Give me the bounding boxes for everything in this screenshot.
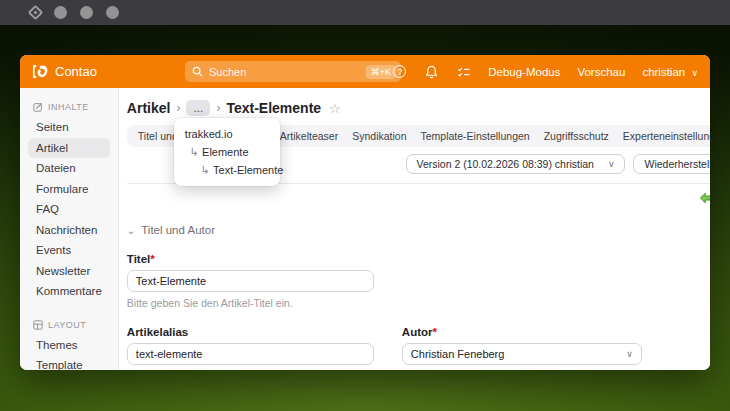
user-menu[interactable]: christian ∨ bbox=[642, 66, 698, 78]
version-select[interactable]: Version 2 (10.02.2026 08:39) christian ∨ bbox=[406, 154, 624, 174]
sidebar-section-layout: LAYOUT bbox=[33, 320, 110, 330]
breadcrumb-separator: › bbox=[176, 101, 180, 115]
required-marker: * bbox=[150, 253, 154, 265]
app-header: Contao ⌘+K ? bbox=[20, 55, 710, 88]
sidebar-section-label: INHALTE bbox=[48, 102, 89, 112]
tab-artikelteaser[interactable]: Artikelteaser bbox=[280, 130, 338, 142]
autor-select[interactable]: Christian Feneberg ∨ bbox=[402, 343, 642, 365]
restore-button[interactable]: Wiederherstellen bbox=[633, 154, 710, 174]
favorite-star-icon[interactable]: ☆ bbox=[329, 101, 341, 116]
recorder-icon bbox=[28, 5, 44, 21]
branch-arrow-icon: ↳ bbox=[201, 164, 210, 176]
popup-item-site[interactable]: trakked.io bbox=[174, 125, 280, 143]
sidebar-section-inhalte: INHALTE bbox=[33, 102, 110, 112]
contao-logo-icon bbox=[32, 64, 49, 79]
sidebar-item-themes[interactable]: Themes bbox=[28, 335, 110, 356]
window-control-dot[interactable] bbox=[106, 6, 119, 19]
popup-current-label: Text-Elemente bbox=[213, 164, 283, 176]
titel-input[interactable] bbox=[127, 270, 374, 292]
branch-arrow-icon: ↳ bbox=[190, 146, 199, 158]
back-arrow-icon bbox=[699, 192, 710, 204]
sidebar-item-nachrichten[interactable]: Nachrichten bbox=[28, 220, 110, 241]
contao-logo[interactable]: Contao bbox=[32, 64, 97, 79]
titel-label-text: Titel bbox=[127, 253, 150, 265]
chevron-down-icon: ∨ bbox=[626, 349, 633, 359]
tab-experteneinstellungen[interactable]: Experteneinstellungen bbox=[623, 130, 710, 142]
sidebar: INHALTE Seiten Artikel Dateien Formulare… bbox=[20, 88, 119, 370]
checklist-icon bbox=[457, 66, 471, 78]
window-control-dot[interactable] bbox=[80, 6, 93, 19]
breadcrumb: Artikel › ... › Text-Elemente ☆ bbox=[127, 100, 710, 116]
section-titel-und-autor[interactable]: ⌄ Titel und Autor bbox=[127, 224, 710, 236]
popup-parent-label: Elemente bbox=[202, 146, 248, 158]
preview-button[interactable]: Vorschau bbox=[577, 66, 625, 78]
app-title: Contao bbox=[55, 64, 97, 79]
sidebar-item-faq[interactable]: FAQ bbox=[28, 199, 110, 220]
autor-field: Autor* Christian Feneberg ∨ Hier können … bbox=[402, 309, 642, 370]
main-content: Artikel › ... › Text-Elemente ☆ trakked.… bbox=[119, 88, 710, 370]
alias-input[interactable] bbox=[127, 343, 374, 365]
titel-help: Bitte geben Sie den Artikel-Titel ein. bbox=[127, 297, 710, 309]
sidebar-item-dateien[interactable]: Dateien bbox=[28, 158, 110, 179]
sidebar-item-template-studio[interactable]: Template Studio bbox=[28, 355, 110, 370]
window-control-dot[interactable] bbox=[54, 6, 67, 19]
sidebar-item-kommentare[interactable]: Kommentare bbox=[28, 281, 110, 302]
contao-window: Contao ⌘+K ? bbox=[20, 55, 710, 370]
sidebar-item-seiten[interactable]: Seiten bbox=[28, 117, 110, 138]
popup-item-parent[interactable]: ↳Elemente bbox=[174, 143, 280, 161]
tab-template-einstellungen[interactable]: Template-Einstellungen bbox=[421, 130, 530, 142]
sidebar-item-newsletter[interactable]: Newsletter bbox=[28, 261, 110, 282]
chevron-down-icon: ∨ bbox=[608, 159, 615, 169]
breadcrumb-separator: › bbox=[216, 101, 220, 115]
edit-icon bbox=[33, 102, 43, 112]
bell-icon bbox=[425, 65, 438, 79]
required-marker: * bbox=[433, 326, 437, 338]
breadcrumb-root[interactable]: Artikel bbox=[127, 100, 171, 116]
global-search[interactable]: ⌘+K bbox=[185, 61, 401, 82]
autor-label-text: Autor bbox=[402, 326, 433, 338]
breadcrumb-ellipsis-button[interactable]: ... bbox=[186, 100, 210, 116]
search-shortcut-badge: ⌘+K bbox=[366, 65, 396, 79]
titel-label: Titel* bbox=[127, 253, 710, 265]
search-icon bbox=[192, 66, 203, 77]
sidebar-item-formulare[interactable]: Formulare bbox=[28, 179, 110, 200]
breadcrumb-current: Text-Elemente bbox=[226, 100, 321, 116]
chevron-down-icon: ∨ bbox=[691, 68, 698, 78]
version-select-value: Version 2 (10.02.2026 08:39) christian bbox=[416, 158, 593, 170]
section-title: Titel und Autor bbox=[141, 224, 215, 236]
chevron-down-icon: ⌄ bbox=[127, 225, 135, 236]
search-input[interactable] bbox=[209, 66, 360, 78]
autor-label: Autor* bbox=[402, 326, 642, 338]
layout-icon bbox=[33, 320, 43, 330]
tab-zugriffsschutz[interactable]: Zugriffsschutz bbox=[544, 130, 609, 142]
alias-field: Artikelalias Der Artikelalias ist eine e… bbox=[127, 309, 374, 370]
popup-item-current[interactable]: ↳Text-Elemente bbox=[174, 161, 280, 179]
alias-label: Artikelalias bbox=[127, 326, 374, 338]
autor-select-value: Christian Feneberg bbox=[411, 348, 505, 360]
desktop: { "glyphs": { "separator": "\u203a", "st… bbox=[0, 0, 730, 411]
sidebar-item-artikel[interactable]: Artikel bbox=[28, 138, 110, 159]
back-row: Zurück bbox=[127, 192, 710, 204]
sidebar-item-events[interactable]: Events bbox=[28, 240, 110, 261]
sidebar-section-label: LAYOUT bbox=[48, 320, 86, 330]
tab-syndikation[interactable]: Syndikation bbox=[352, 130, 406, 142]
preferences-button[interactable] bbox=[456, 64, 471, 79]
debug-mode-button[interactable]: Debug-Modus bbox=[488, 66, 560, 78]
popup-site-label: trakked.io bbox=[185, 128, 233, 140]
notifications-button[interactable] bbox=[424, 64, 439, 79]
user-name: christian bbox=[642, 66, 685, 78]
desktop-topbar bbox=[0, 0, 730, 25]
breadcrumb-popup: trakked.io ↳Elemente ↳Text-Elemente bbox=[174, 118, 280, 186]
